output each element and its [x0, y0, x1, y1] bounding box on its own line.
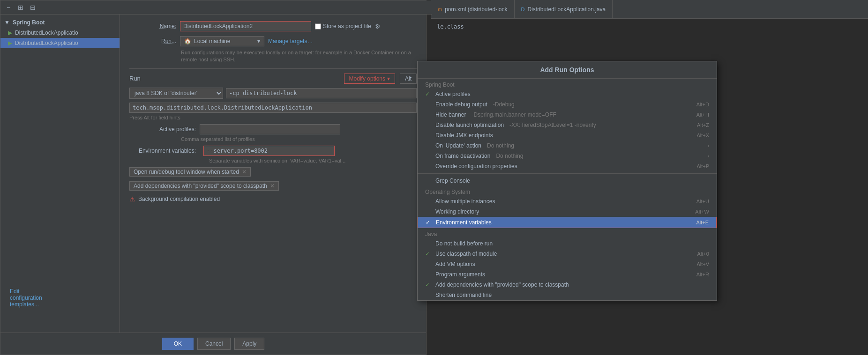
java-sdk-select[interactable]: java 8 SDK of 'distributer'	[129, 88, 223, 99]
panel-item-allow-multiple[interactable]: ✓ Allow multiple instances Alt+U	[418, 196, 717, 207]
panel-section-java: Java	[418, 228, 717, 238]
enable-debug-text: Enable debug output	[435, 101, 487, 108]
name-row: Name: Store as project file ⚙	[129, 21, 417, 31]
do-not-build-text: Do not build before run	[435, 240, 493, 247]
tag-add-deps-text: Add dependencies with "provided" scope t…	[134, 183, 267, 189]
disable-launch-text: Disable launch optimization	[435, 122, 504, 128]
panel-item-disable-jmx[interactable]: ✓ Disable JMX endpoints Alt+X	[418, 130, 717, 141]
env-vars-label: Environment variables:	[129, 148, 200, 154]
panel-item-env-vars[interactable]: ✓ Environment variables Alt+E	[418, 217, 717, 228]
tab-pom-label: pom.xml (distributed-lock	[445, 6, 507, 13]
store-checkbox-input[interactable]	[315, 23, 321, 30]
panel-item-use-classpath[interactable]: ✓ Use classpath of module Alt+0	[418, 249, 717, 259]
panel-item-add-deps-classpath[interactable]: ✓ Add dependencies with "provided" scope…	[418, 280, 717, 290]
classpath-text: -cp distributed-lock	[226, 88, 417, 98]
hide-banner-text: Hide banner	[435, 111, 466, 118]
panel-item-add-vm[interactable]: ✓ Add VM options Alt+V	[418, 259, 717, 269]
dialog-toolbar: − ⊞ ⊟	[0, 0, 432, 15]
manage-targets-link[interactable]: Manage targets…	[268, 38, 313, 44]
allow-multiple-shortcut: Alt+U	[681, 199, 709, 204]
env-vars-input[interactable]	[203, 146, 335, 156]
enable-debug-shortcut: Alt+D	[681, 102, 709, 107]
on-update-text: On 'Update' action	[435, 142, 481, 149]
add-run-options-panel: Add Run Options Spring Boot ✓ Active pro…	[417, 61, 717, 301]
java-file-icon: D	[521, 7, 525, 12]
tab-pom-xml[interactable]: m pom.xml (distributed-lock	[431, 0, 515, 18]
panel-item-override-config[interactable]: ✓ Override configuration properties Alt+…	[418, 161, 717, 171]
settings-gear-icon[interactable]: ⚙	[375, 23, 381, 30]
working-dir-shortcut: Alt+W	[681, 209, 709, 214]
tag-open-run-text: Open run/debug tool window when started	[134, 169, 239, 175]
tag1-close-icon[interactable]: ✕	[242, 169, 247, 175]
classpath-row: java 8 SDK of 'distributer' -cp distribu…	[129, 88, 417, 99]
panel-item-working-dir[interactable]: ✓ Working directory Alt+W	[418, 207, 717, 217]
panel-title: Add Run Options	[418, 61, 717, 79]
enable-debug-secondary: -Ddebug	[493, 101, 515, 108]
panel-divider-1	[418, 173, 717, 174]
profiles-input[interactable]	[200, 124, 340, 134]
tag-add-deps: Add dependencies with "provided" scope t…	[129, 181, 279, 191]
modify-options-button[interactable]: Modify options ▾	[344, 74, 395, 84]
spring-boot-label: Spring Boot	[13, 19, 45, 26]
store-checkbox-label: Store as project file	[323, 23, 371, 30]
sidebar-spring-boot-section: ▼ Spring Boot	[0, 17, 120, 28]
toolbar-sort-icon[interactable]: ⊟	[29, 3, 37, 12]
panel-item-shorten-cmdline[interactable]: ✓ Shorten command line	[418, 290, 717, 300]
sidebar-config-item-2[interactable]: ▶ DistributedLockApplicatio	[0, 38, 120, 48]
add-deps-classpath-text: Add dependencies with "provided" scope t…	[435, 281, 569, 288]
check-env-vars-panel: ✓	[426, 219, 432, 226]
modify-options-arrow: ▾	[387, 75, 390, 82]
panel-item-program-args[interactable]: ✓ Program arguments Alt+R	[418, 269, 717, 280]
panel-item-on-update[interactable]: ✓ On 'Update' action Do nothing ›	[418, 141, 717, 151]
main-class-input[interactable]	[129, 103, 417, 113]
pom-file-icon: m	[438, 7, 442, 12]
dialog-form-area: Name: Store as project file ⚙ Run... 🏠 L…	[120, 14, 426, 333]
sidebar-item-label-1: DistributedLockApplicatio	[15, 30, 78, 36]
section-divider-1	[129, 68, 417, 69]
disable-jmx-text: Disable JMX endpoints	[435, 132, 493, 139]
run-section-header: Run Modify options ▾ Alt	[129, 74, 417, 84]
panel-item-on-frame-deactivation[interactable]: ✓ On frame deactivation Do nothing ›	[418, 151, 717, 161]
code-line-1: le.class	[437, 22, 862, 31]
name-input[interactable]	[180, 21, 311, 31]
run-section-title: Run	[129, 75, 141, 82]
apply-button[interactable]: Apply	[234, 338, 264, 350]
override-config-shortcut: Alt+P	[681, 163, 709, 169]
tags-container: Open run/debug tool window when started …	[129, 167, 417, 179]
warning-text: Background compilation enabled	[138, 196, 220, 202]
warning-row: ⚠ Background compilation enabled	[129, 195, 417, 203]
panel-item-disable-launch[interactable]: ✓ Disable launch optimization -XX:Tiered…	[418, 120, 717, 130]
local-machine-dropdown[interactable]: 🏠 Local machine ▾	[180, 36, 264, 46]
disable-jmx-shortcut: Alt+X	[681, 133, 709, 138]
use-classpath-shortcut: Alt+0	[681, 251, 709, 257]
toolbar-copy-icon[interactable]: ⊞	[16, 3, 25, 12]
disable-launch-secondary: -XX:TieredStopAtLevel=1 -noverify	[509, 122, 596, 128]
main-class-row	[129, 103, 417, 113]
grep-console-text: Grep Console	[435, 178, 470, 184]
panel-item-grep-console[interactable]: ✓ Grep Console	[418, 176, 717, 186]
tab-distributed-lock-app[interactable]: D DistributedLockApplication.java	[515, 0, 613, 18]
panel-item-active-profiles[interactable]: ✓ Active profiles	[418, 89, 717, 99]
run-target-row: Run... 🏠 Local machine ▾ Manage targets…	[129, 36, 417, 46]
tag2-close-icon[interactable]: ✕	[270, 183, 275, 189]
active-profiles-label: Active profiles:	[129, 126, 200, 133]
store-as-project-checkbox[interactable]: Store as project file	[315, 23, 371, 30]
run-debug-dialog: Run/Debug Configurations ✕ − ⊞ ⊟ ▼ Sprin…	[0, 0, 427, 355]
on-frame-secondary: Do nothing	[496, 153, 523, 159]
active-profiles-row: Active profiles:	[129, 124, 417, 134]
on-update-arrow: ›	[708, 143, 709, 148]
panel-item-do-not-build[interactable]: ✓ Do not build before run	[418, 238, 717, 249]
panel-item-enable-debug[interactable]: ✓ Enable debug output -Ddebug Alt+D	[418, 99, 717, 110]
panel-section-spring-boot: Spring Boot	[418, 79, 717, 89]
alt-button[interactable]: Alt	[400, 74, 417, 84]
ok-button[interactable]: OK	[162, 338, 194, 350]
panel-item-hide-banner[interactable]: ✓ Hide banner -Dspring.main.banner-mode=…	[418, 110, 717, 120]
dialog-content: ▼ Spring Boot ▶ DistributedLockApplicati…	[0, 14, 426, 333]
disable-launch-shortcut: Alt+Z	[681, 122, 709, 128]
cancel-button[interactable]: Cancel	[197, 338, 231, 350]
config-sidebar: ▼ Spring Boot ▶ DistributedLockApplicati…	[0, 14, 120, 333]
toolbar-minus-icon[interactable]: −	[4, 3, 13, 12]
check-active-profiles: ✓	[425, 91, 432, 97]
edit-templates-link[interactable]: Edit configuration templates...	[10, 288, 42, 308]
sidebar-config-item-1[interactable]: ▶ DistributedLockApplicatio	[0, 28, 120, 38]
